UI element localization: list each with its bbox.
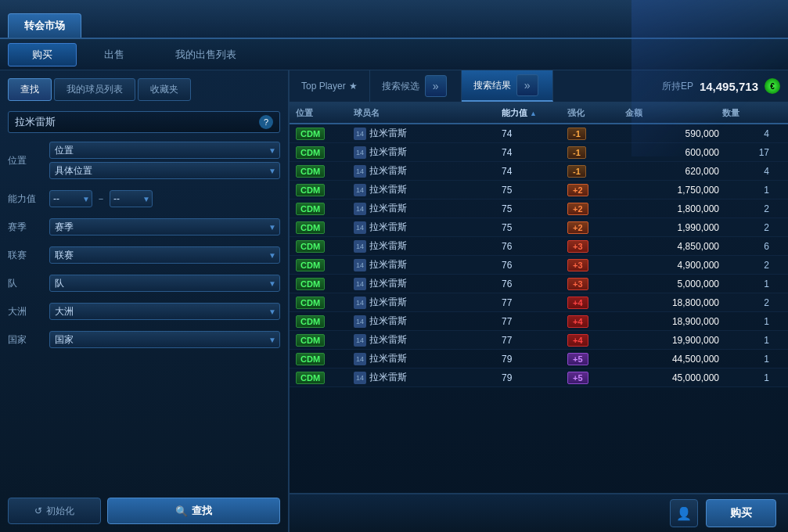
qty-value: 1 [764,335,769,346]
enhance-badge: +3 [567,240,588,253]
search-box: ? [8,111,280,133]
cell-enhance: +5 [567,372,622,384]
table-row[interactable]: CDM 14 拉米雷斯 77 +4 19,900,000 1 [290,331,788,350]
left-panel: 查找 我的球员列表 收藏夹 ? 位置 位置 ▼ 具体位置 [0,70,290,532]
ep-value: 14,495,713 [700,80,758,93]
table-row[interactable]: CDM 14 拉米雷斯 77 +4 18,800,000 2 [290,293,788,312]
reset-button[interactable]: ↺ 初始化 [8,498,101,524]
cell-price: 620,000 [625,166,719,177]
header-ability[interactable]: 能力值 ▲ [502,107,564,119]
main-content: 查找 我的球员列表 收藏夹 ? 位置 位置 ▼ 具体位置 [0,70,788,532]
table-row[interactable]: CDM 14 拉米雷斯 76 +3 4,900,000 2 [290,256,788,275]
search-input[interactable] [15,117,255,128]
ability-value: 75 [502,222,512,233]
ability-range: -- ▼ － -- ▼ [49,190,153,207]
enhance-badge: +4 [567,315,588,328]
position-select[interactable]: 位置 [49,142,280,159]
filter-tab-favorites[interactable]: 收藏夹 [138,78,191,101]
cell-name: 14 拉米雷斯 [354,164,498,178]
filter-tab-search[interactable]: 查找 [8,78,52,101]
cell-enhance: -1 [567,165,622,178]
table-row[interactable]: CDM 14 拉米雷斯 75 +2 1,990,000 2 [290,218,788,237]
season-select[interactable]: 赛季 [49,218,280,235]
cell-qty: 1 [722,316,769,327]
right-panel: Top Player ★ 搜索候选 » 搜索结果 » 所持EP 14,495,7… [290,70,788,532]
cell-price: 4,900,000 [625,260,719,271]
ability-sort-icon: ▲ [530,110,537,117]
country-select[interactable]: 国家 [49,331,280,348]
cell-qty: 4 [722,166,769,177]
cell-name: 14 拉米雷斯 [354,315,498,328]
table-container: 位置 球员名 能力值 ▲ 强化 金额 数量 CDM 14 拉米雷斯 74 [290,103,788,493]
table-row[interactable]: CDM 14 拉米雷斯 75 +2 1,750,000 1 [290,181,788,200]
qty-value: 1 [764,316,769,327]
cell-position: CDM [296,184,351,196]
price-value: 45,000,000 [672,372,719,383]
cell-ability: 77 [502,335,564,346]
league-select[interactable]: 联赛 [49,246,280,264]
cell-position: CDM [296,372,351,384]
search-icon: 🔍 [175,505,188,517]
table-row[interactable]: CDM 14 拉米雷斯 76 +3 4,850,000 6 [290,237,788,256]
specific-position-select[interactable]: 具体位置 [49,162,280,179]
price-value: 600,000 [685,147,719,158]
tab-transfer-market[interactable]: 转会市场 [8,13,81,38]
cell-price: 1,750,000 [625,185,719,196]
player-detail-button[interactable]: 👤 [670,499,698,527]
table-row[interactable]: CDM 14 拉米雷斯 79 +5 45,000,000 1 [290,368,788,387]
candidates-arrow[interactable]: » [425,75,447,97]
cell-enhance: -1 [567,128,622,140]
cell-position: CDM [296,165,351,178]
table-row[interactable]: CDM 14 拉米雷斯 76 +3 5,000,000 1 [290,275,788,293]
nav-tab-sell[interactable]: 出售 [81,44,148,66]
filter-tab-my-players[interactable]: 我的球员列表 [54,78,135,101]
ep-display: 所持EP 14,495,713 € [662,78,788,94]
cell-position: CDM [296,128,351,140]
cell-enhance: +4 [567,334,622,347]
cell-enhance: +3 [567,240,622,253]
price-value: 44,500,000 [672,354,719,365]
table-row[interactable]: CDM 14 拉米雷斯 79 +5 44,500,000 1 [290,350,788,368]
tab-search-results[interactable]: 搜索结果 » [462,70,553,102]
cell-ability: 75 [502,222,564,233]
ability-min-select[interactable]: -- [49,190,92,207]
cell-position: CDM [296,297,351,309]
ability-value: 74 [502,147,512,158]
team-filter-row: 队 队 ▼ [8,272,280,294]
ability-value: 75 [502,203,512,214]
player-name: 拉米雷斯 [369,183,407,196]
ability-max-wrapper: -- ▼ [110,190,153,207]
player-name: 拉米雷斯 [369,146,407,159]
player-name: 拉米雷斯 [369,221,407,234]
price-value: 1,750,000 [678,185,719,196]
table-row[interactable]: CDM 14 拉米雷斯 74 -1 600,000 17 [290,143,788,162]
continent-select[interactable]: 大洲 [49,303,280,320]
cell-ability: 79 [502,354,564,365]
nav-tab-buy[interactable]: 购买 [8,43,77,66]
table-row[interactable]: CDM 14 拉米雷斯 74 -1 620,000 4 [290,162,788,181]
search-button[interactable]: 🔍 查找 [107,498,280,524]
buy-button[interactable]: 购买 [706,499,776,527]
qty-value: 2 [764,260,769,271]
cell-price: 19,900,000 [625,335,719,346]
help-button[interactable]: ? [259,115,273,129]
player-name: 拉米雷斯 [369,333,407,347]
tab-search-candidates[interactable]: 搜索候选 » [370,70,462,102]
price-value: 1,800,000 [678,203,719,214]
table-row[interactable]: CDM 14 拉米雷斯 77 +4 18,900,000 1 [290,312,788,331]
ability-max-select[interactable]: -- [110,190,153,207]
nav-tab-my-list[interactable]: 我的出售列表 [152,44,260,66]
qty-value: 1 [764,372,769,383]
cell-ability: 77 [502,297,564,308]
results-arrow[interactable]: » [516,74,538,96]
tab-top-player[interactable]: Top Player ★ [290,70,370,102]
team-select[interactable]: 队 [49,275,280,292]
header-price: 金额 [625,107,719,119]
position-badge: CDM [296,221,325,234]
table-row[interactable]: CDM 14 拉米雷斯 75 +2 1,800,000 2 [290,200,788,218]
qty-value: 4 [764,166,769,177]
table-row[interactable]: CDM 14 拉米雷斯 74 -1 590,000 4 [290,124,788,143]
cell-price: 590,000 [625,128,719,139]
player-level-icon: 14 [354,128,366,140]
enhance-badge: +3 [567,278,588,290]
